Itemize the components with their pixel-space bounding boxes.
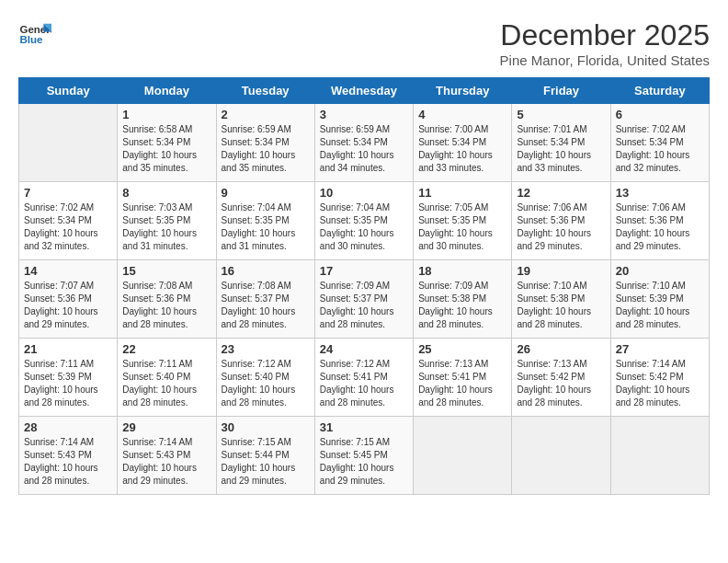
day-info: Sunrise: 7:05 AMSunset: 5:35 PMDaylight:… (418, 201, 506, 253)
day-number: 5 (517, 108, 605, 121)
weekday-header-row: SundayMondayTuesdayWednesdayThursdayFrid… (19, 78, 710, 104)
day-info: Sunrise: 7:01 AMSunset: 5:34 PMDaylight:… (517, 123, 605, 175)
calendar-week-row: 28 Sunrise: 7:14 AMSunset: 5:43 PMDaylig… (19, 417, 710, 495)
day-number: 7 (24, 186, 112, 200)
calendar-day-cell: 17 Sunrise: 7:09 AMSunset: 5:37 PMDaylig… (314, 260, 413, 339)
calendar-day-cell: 20 Sunrise: 7:10 AMSunset: 5:39 PMDaylig… (610, 260, 709, 339)
location: Pine Manor, Florida, United States (500, 52, 710, 68)
calendar-day-cell: 16 Sunrise: 7:08 AMSunset: 5:37 PMDaylig… (216, 260, 314, 339)
title-block: December 2025 Pine Manor, Florida, Unite… (500, 18, 710, 68)
calendar-week-row: 21 Sunrise: 7:11 AMSunset: 5:39 PMDaylig… (19, 339, 710, 417)
logo-icon: General Blue (18, 18, 51, 52)
calendar-table: SundayMondayTuesdayWednesdayThursdayFrid… (18, 77, 710, 495)
day-info: Sunrise: 7:03 AMSunset: 5:35 PMDaylight:… (122, 201, 210, 253)
calendar-day-cell: 12 Sunrise: 7:06 AMSunset: 5:36 PMDaylig… (512, 182, 610, 260)
day-number: 4 (418, 108, 506, 121)
day-info: Sunrise: 7:13 AMSunset: 5:41 PMDaylight:… (418, 358, 506, 409)
day-number: 16 (222, 264, 310, 278)
page-header: General Blue December 2025 Pine Manor, F… (18, 18, 710, 68)
calendar-day-cell: 18 Sunrise: 7:09 AMSunset: 5:38 PMDaylig… (414, 260, 512, 339)
day-info: Sunrise: 7:04 AMSunset: 5:35 PMDaylight:… (320, 201, 408, 253)
calendar-day-cell: 23 Sunrise: 7:12 AMSunset: 5:40 PMDaylig… (216, 339, 314, 417)
day-number: 30 (222, 420, 310, 434)
day-info: Sunrise: 6:59 AMSunset: 5:34 PMDaylight:… (222, 123, 310, 175)
day-info: Sunrise: 7:08 AMSunset: 5:36 PMDaylight:… (122, 280, 210, 331)
day-number: 3 (320, 108, 408, 121)
day-info: Sunrise: 7:12 AMSunset: 5:41 PMDaylight:… (320, 358, 408, 409)
calendar-day-cell: 30 Sunrise: 7:15 AMSunset: 5:44 PMDaylig… (216, 417, 314, 495)
day-number: 28 (24, 420, 112, 434)
day-info: Sunrise: 7:09 AMSunset: 5:37 PMDaylight:… (320, 280, 408, 331)
day-number: 31 (320, 420, 408, 434)
day-number: 22 (122, 342, 210, 356)
calendar-week-row: 1 Sunrise: 6:58 AMSunset: 5:34 PMDayligh… (19, 104, 710, 182)
day-number: 8 (122, 186, 210, 200)
day-number: 24 (320, 342, 408, 356)
month-title: December 2025 (500, 18, 710, 52)
day-number: 18 (418, 264, 506, 278)
calendar-day-cell: 6 Sunrise: 7:02 AMSunset: 5:34 PMDayligh… (610, 104, 709, 182)
weekday-header: Sunday (19, 78, 118, 104)
calendar-day-cell: 5 Sunrise: 7:01 AMSunset: 5:34 PMDayligh… (512, 104, 610, 182)
calendar-day-cell: 9 Sunrise: 7:04 AMSunset: 5:35 PMDayligh… (216, 182, 314, 260)
day-number: 17 (320, 264, 408, 278)
day-number: 21 (24, 342, 112, 356)
day-number: 26 (517, 342, 605, 356)
day-info: Sunrise: 7:11 AMSunset: 5:40 PMDaylight:… (122, 358, 210, 409)
day-number: 27 (616, 342, 704, 356)
calendar-day-cell: 13 Sunrise: 7:06 AMSunset: 5:36 PMDaylig… (610, 182, 709, 260)
calendar-day-cell (610, 417, 709, 495)
calendar-day-cell: 10 Sunrise: 7:04 AMSunset: 5:35 PMDaylig… (314, 182, 413, 260)
day-number: 19 (517, 264, 605, 278)
day-info: Sunrise: 6:58 AMSunset: 5:34 PMDaylight:… (122, 123, 210, 175)
calendar-day-cell: 15 Sunrise: 7:08 AMSunset: 5:36 PMDaylig… (118, 260, 216, 339)
calendar-day-cell: 8 Sunrise: 7:03 AMSunset: 5:35 PMDayligh… (118, 182, 216, 260)
day-info: Sunrise: 7:07 AMSunset: 5:36 PMDaylight:… (24, 280, 112, 331)
calendar-week-row: 14 Sunrise: 7:07 AMSunset: 5:36 PMDaylig… (19, 260, 710, 339)
day-info: Sunrise: 7:06 AMSunset: 5:36 PMDaylight:… (616, 201, 704, 253)
day-number: 6 (616, 108, 704, 121)
weekday-header: Friday (512, 78, 610, 104)
day-number: 9 (222, 186, 310, 200)
calendar-day-cell: 1 Sunrise: 6:58 AMSunset: 5:34 PMDayligh… (118, 104, 216, 182)
day-info: Sunrise: 7:12 AMSunset: 5:40 PMDaylight:… (222, 358, 310, 409)
day-info: Sunrise: 7:13 AMSunset: 5:42 PMDaylight:… (517, 358, 605, 409)
calendar-day-cell: 2 Sunrise: 6:59 AMSunset: 5:34 PMDayligh… (216, 104, 314, 182)
day-info: Sunrise: 7:10 AMSunset: 5:39 PMDaylight:… (616, 280, 704, 331)
calendar-day-cell: 29 Sunrise: 7:14 AMSunset: 5:43 PMDaylig… (118, 417, 216, 495)
day-number: 1 (122, 108, 210, 121)
calendar-day-cell: 28 Sunrise: 7:14 AMSunset: 5:43 PMDaylig… (19, 417, 118, 495)
day-number: 13 (616, 186, 704, 200)
day-number: 29 (122, 420, 210, 434)
day-info: Sunrise: 7:15 AMSunset: 5:44 PMDaylight:… (222, 436, 310, 488)
calendar-day-cell: 11 Sunrise: 7:05 AMSunset: 5:35 PMDaylig… (414, 182, 512, 260)
day-info: Sunrise: 7:09 AMSunset: 5:38 PMDaylight:… (418, 280, 506, 331)
calendar-day-cell: 14 Sunrise: 7:07 AMSunset: 5:36 PMDaylig… (19, 260, 118, 339)
day-info: Sunrise: 7:04 AMSunset: 5:35 PMDaylight:… (222, 201, 310, 253)
day-number: 15 (122, 264, 210, 278)
calendar-day-cell: 21 Sunrise: 7:11 AMSunset: 5:39 PMDaylig… (19, 339, 118, 417)
weekday-header: Thursday (414, 78, 512, 104)
day-info: Sunrise: 7:14 AMSunset: 5:43 PMDaylight:… (122, 436, 210, 488)
day-number: 20 (616, 264, 704, 278)
weekday-header: Wednesday (314, 78, 413, 104)
day-info: Sunrise: 7:14 AMSunset: 5:42 PMDaylight:… (616, 358, 704, 409)
weekday-header: Tuesday (216, 78, 314, 104)
calendar-day-cell: 31 Sunrise: 7:15 AMSunset: 5:45 PMDaylig… (314, 417, 413, 495)
calendar-day-cell: 22 Sunrise: 7:11 AMSunset: 5:40 PMDaylig… (118, 339, 216, 417)
calendar-week-row: 7 Sunrise: 7:02 AMSunset: 5:34 PMDayligh… (19, 182, 710, 260)
day-info: Sunrise: 7:14 AMSunset: 5:43 PMDaylight:… (24, 436, 112, 488)
day-info: Sunrise: 7:00 AMSunset: 5:34 PMDaylight:… (418, 123, 506, 175)
day-info: Sunrise: 7:11 AMSunset: 5:39 PMDaylight:… (24, 358, 112, 409)
calendar-day-cell: 3 Sunrise: 6:59 AMSunset: 5:34 PMDayligh… (314, 104, 413, 182)
calendar-day-cell: 27 Sunrise: 7:14 AMSunset: 5:42 PMDaylig… (610, 339, 709, 417)
day-number: 11 (418, 186, 506, 200)
calendar-day-cell: 4 Sunrise: 7:00 AMSunset: 5:34 PMDayligh… (414, 104, 512, 182)
day-info: Sunrise: 7:06 AMSunset: 5:36 PMDaylight:… (517, 201, 605, 253)
day-number: 23 (222, 342, 310, 356)
calendar-day-cell: 26 Sunrise: 7:13 AMSunset: 5:42 PMDaylig… (512, 339, 610, 417)
day-info: Sunrise: 7:02 AMSunset: 5:34 PMDaylight:… (616, 123, 704, 175)
weekday-header: Saturday (610, 78, 709, 104)
calendar-day-cell: 19 Sunrise: 7:10 AMSunset: 5:38 PMDaylig… (512, 260, 610, 339)
calendar-day-cell (19, 104, 118, 182)
